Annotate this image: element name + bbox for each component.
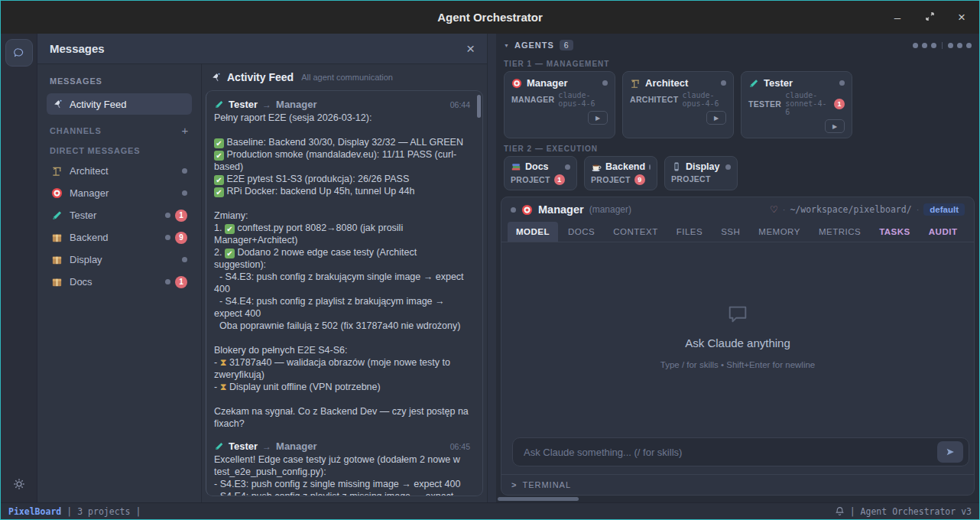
chat-input-row [501, 430, 974, 474]
main-area: Messages × MESSAGES Activity Feed CHANNE… [1, 34, 979, 502]
separator: | [135, 506, 141, 517]
window-title: Agent Orchestrator [437, 11, 543, 24]
channel-list: MESSAGES Activity Feed CHANNELS + DIRECT… [37, 64, 202, 502]
tab-audit[interactable]: AUDIT [920, 222, 966, 242]
message-timestamp: 06:44 [450, 100, 470, 109]
card-actions-row: ▶ [630, 111, 726, 125]
dm-item-manager[interactable]: Manager [47, 182, 192, 204]
run-agent-button[interactable]: ▶ [706, 111, 726, 125]
right-panel: ▼ AGENTS 6 TIER 1 — MANAGEMENT Manager M… [496, 34, 979, 502]
status-dot [602, 80, 608, 86]
projects-count: 3 projects [77, 506, 130, 517]
agent-card-display[interactable]: Display PROJECT [664, 156, 738, 190]
card-meta-row: ARCHITECT claude-opus-4-6 [630, 91, 726, 108]
messages-section-label: MESSAGES [47, 72, 192, 90]
target-icon [521, 204, 533, 216]
restore-button[interactable] [923, 11, 936, 23]
unread-badge: 1 [175, 210, 187, 222]
dm-status: 1 [165, 210, 187, 222]
tab-files[interactable]: FILES [668, 222, 711, 242]
chat-empty-state: Ask Claude anything Type / for skills • … [501, 242, 974, 430]
agent-detail-header: Manager (manager) ♡ · ~/workspace/pixelb… [501, 197, 974, 222]
chat-bubble-icon [13, 46, 24, 60]
agent-role: PROJECT [671, 174, 711, 184]
close-messages-button[interactable]: × [466, 41, 475, 56]
terminal-toggle[interactable]: > TERMINAL [501, 474, 974, 495]
dm-status [182, 257, 187, 262]
indicator-dot [913, 43, 918, 48]
agents-section-title: AGENTS [514, 41, 554, 50]
heart-icon[interactable]: ♡ [770, 204, 778, 215]
horizontal-scrollbar-track [496, 496, 979, 502]
direct-messages-label: DIRECT MESSAGES [47, 141, 192, 160]
sidebar-item-activity-feed[interactable]: Activity Feed [47, 93, 192, 115]
collapse-caret-icon[interactable]: ▼ [504, 43, 509, 48]
dm-item-label: Tester [70, 210, 96, 221]
window-controls: – × [891, 1, 969, 34]
separator: | [850, 506, 855, 517]
tab-memory[interactable]: MEMORY [750, 222, 809, 242]
unread-badge: 9 [175, 232, 187, 244]
chat-input[interactable] [512, 437, 969, 466]
dm-item-tester[interactable]: Tester 1 [47, 204, 192, 226]
dm-item-architect[interactable]: Architect [47, 160, 192, 182]
card-meta-row: MANAGER claude-opus-4-6 [511, 91, 608, 108]
agent-card-architect[interactable]: Architect ARCHITECT claude-opus-4-6 ▶ [622, 71, 734, 138]
run-agent-button[interactable]: ▶ [588, 111, 608, 125]
empty-state-title: Ask Claude anything [685, 336, 790, 349]
tab-tasks[interactable]: TASKS [871, 222, 919, 242]
indicator-dot [948, 43, 953, 48]
messages-rail-button[interactable] [5, 39, 33, 67]
bell-icon[interactable] [835, 506, 845, 516]
tab-model[interactable]: MODEL [508, 222, 558, 242]
dm-item-backend[interactable]: Backend 9 [47, 226, 192, 249]
run-agent-button[interactable]: ▶ [825, 119, 845, 133]
arrow-icon: → [262, 99, 271, 110]
agent-card-tester[interactable]: Tester TESTER claude-sonnet-4-6 1 ▶ [741, 71, 852, 138]
tab-docs[interactable]: DOCS [560, 222, 603, 242]
agent-card-docs[interactable]: Docs PROJECT 1 [504, 156, 577, 190]
check-icon: ✔ [214, 138, 224, 148]
check-icon: ✔ [225, 224, 235, 234]
check-icon: ✔ [214, 151, 224, 161]
pen-icon [51, 210, 63, 221]
agent-role: MANAGER [511, 95, 554, 104]
tier2-cards: Docs PROJECT 1 Backend PROJE [496, 156, 979, 190]
project-name[interactable]: PixelBoard [8, 506, 61, 517]
minimize-button[interactable]: – [891, 11, 904, 23]
indicator-dot [922, 43, 927, 48]
agent-detail-tabs: MODEL DOCS CONTEXT FILES SSH MEMORY METR… [501, 222, 974, 242]
activity-feed-header: Activity Feed All agent communication [202, 64, 487, 90]
agent-role: PROJECT [591, 175, 631, 184]
tab-context[interactable]: CONTEXT [605, 222, 666, 242]
card-meta-row: TESTER claude-sonnet-4-6 1 [748, 91, 845, 116]
panel-indicator-dots[interactable] [913, 42, 972, 49]
card-title-row: Architect [630, 77, 726, 89]
settings-button[interactable] [10, 475, 28, 493]
messages-panel-title: Messages [50, 42, 105, 55]
presence-dot [165, 279, 170, 284]
send-button[interactable] [937, 441, 963, 463]
horizontal-scrollbar[interactable] [498, 497, 579, 501]
add-channel-button[interactable]: + [181, 124, 189, 137]
vertical-scrollbar[interactable] [477, 95, 481, 118]
agent-card-backend[interactable]: Backend PROJECT 9 [584, 156, 657, 190]
agents-section-header[interactable]: ▼ AGENTS 6 [496, 34, 979, 54]
tab-ssh[interactable]: SSH [712, 222, 748, 242]
close-window-button[interactable]: × [955, 11, 969, 24]
presence-dot [182, 190, 187, 196]
card-title-row: Backend [591, 161, 651, 172]
session-badge[interactable]: default [923, 203, 965, 216]
dm-item-docs[interactable]: Docs 1 [47, 271, 192, 293]
status-bar-left: PixelBoard | 3 projects | [8, 506, 141, 517]
dm-item-label: Architect [70, 165, 109, 177]
message-sender: Tester [229, 99, 258, 110]
tab-metrics[interactable]: METRICS [810, 222, 869, 242]
dm-item-display[interactable]: Display [47, 249, 192, 271]
dm-item-label: Display [70, 254, 102, 265]
unread-badge: 9 [634, 174, 645, 185]
agent-detail-name: Manager [538, 203, 584, 216]
pen-icon [214, 441, 224, 451]
unread-badge: 1 [554, 174, 565, 185]
agent-card-manager[interactable]: Manager MANAGER claude-opus-4-6 ▶ [504, 71, 615, 138]
